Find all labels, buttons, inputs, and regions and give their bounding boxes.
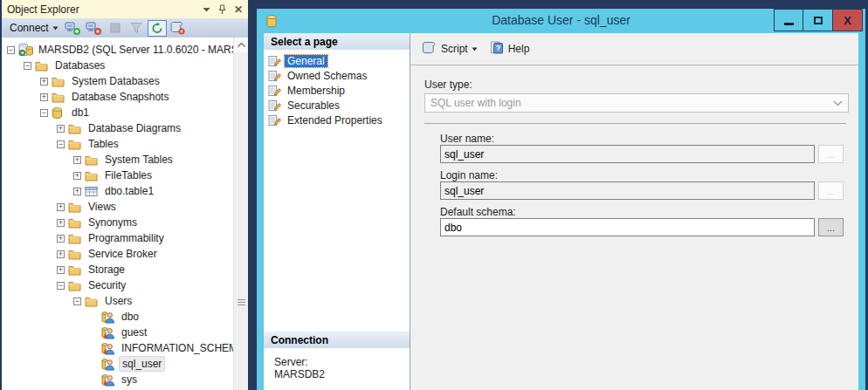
server-label: Server: xyxy=(274,356,410,368)
tree-item-label: dbo xyxy=(119,310,141,324)
tree-item[interactable]: sys xyxy=(2,372,233,387)
tree-item[interactable]: +Storage xyxy=(2,262,233,277)
collapse-icon[interactable]: − xyxy=(40,109,48,117)
expand-icon[interactable]: + xyxy=(57,235,65,243)
refresh-icon[interactable] xyxy=(148,20,167,37)
page-item-membership[interactable]: Membership xyxy=(264,83,410,98)
help-icon[interactable]: ? xyxy=(490,41,504,57)
filter-icon[interactable] xyxy=(127,20,146,37)
close-icon[interactable]: ✕ xyxy=(234,5,243,14)
server-value: MARSDB2 xyxy=(274,368,410,380)
user-name-input[interactable] xyxy=(440,145,815,163)
chevron-down-icon[interactable] xyxy=(472,47,478,51)
tree-item[interactable]: −Tables xyxy=(2,136,233,152)
tree-item[interactable]: guest xyxy=(2,325,233,340)
tree-item[interactable]: +System Tables xyxy=(2,152,233,168)
window-position-icon[interactable] xyxy=(203,7,210,12)
page-item-securables[interactable]: Securables xyxy=(264,98,410,113)
disconnect-server-icon[interactable] xyxy=(85,20,104,37)
script-error-icon[interactable] xyxy=(169,20,188,37)
default-schema-browse-button[interactable]: ... xyxy=(818,218,844,236)
collapse-icon[interactable]: − xyxy=(24,62,31,70)
expand-icon[interactable]: + xyxy=(40,93,48,101)
collapse-icon[interactable]: − xyxy=(73,298,81,305)
tree-item-label: Database Diagrams xyxy=(86,121,183,135)
tree-item-label: FileTables xyxy=(102,168,155,182)
expand-icon[interactable]: + xyxy=(73,156,81,164)
connect-server-icon[interactable] xyxy=(64,20,83,37)
user-type-select[interactable]: SQL user with login xyxy=(424,93,849,113)
tree-item[interactable]: −Users xyxy=(2,293,233,309)
tree-item[interactable]: INFORMATION_SCHEMA xyxy=(2,340,233,356)
tree-item[interactable]: +Database Snapshots xyxy=(2,89,233,105)
tree-item-label: Database Snapshots xyxy=(69,90,171,104)
page-item-extended-properties[interactable]: Extended Properties xyxy=(264,113,410,127)
page-icon xyxy=(268,55,281,67)
tree-item[interactable]: +System Databases xyxy=(2,73,233,89)
expand-icon[interactable]: + xyxy=(73,172,81,180)
expand-icon[interactable]: + xyxy=(57,250,65,258)
stop-icon[interactable] xyxy=(106,20,125,37)
help-button[interactable]: Help xyxy=(508,43,530,55)
tree-item[interactable]: +Programmability xyxy=(2,230,233,246)
expand-icon[interactable]: + xyxy=(40,78,48,86)
login-name-browse-button[interactable]: ... xyxy=(818,181,844,200)
tree-item[interactable]: +Service Broker xyxy=(2,246,233,262)
folder-icon xyxy=(68,202,83,213)
tree-item[interactable]: −Security xyxy=(2,277,233,293)
scrollbar-thumb-grip[interactable] xyxy=(238,299,245,307)
tree-item[interactable]: dbo xyxy=(2,309,233,325)
close-button[interactable]: X xyxy=(833,9,863,31)
connect-button[interactable]: Connect xyxy=(6,20,62,36)
expand-icon[interactable]: + xyxy=(73,188,81,195)
user-type-value: SQL user with login xyxy=(431,97,833,109)
dialog-titlebar[interactable]: Database User - sql_user X xyxy=(257,9,865,33)
default-schema-input[interactable] xyxy=(440,218,815,236)
user-name-browse-button[interactable]: ... xyxy=(818,145,844,163)
expand-icon[interactable]: + xyxy=(57,203,65,211)
tree-item[interactable]: +FileTables xyxy=(2,168,233,183)
tree-item-label: System Databases xyxy=(69,74,162,88)
expand-icon[interactable]: + xyxy=(57,219,65,227)
tree-item[interactable]: +Database Diagrams xyxy=(2,120,233,136)
tree-item[interactable]: sql_user xyxy=(2,356,233,372)
select-a-page-header: Select a page xyxy=(264,33,410,50)
scroll-up-icon[interactable] xyxy=(234,38,248,52)
tree-item[interactable]: +Views xyxy=(2,199,233,215)
expand-icon[interactable]: + xyxy=(57,125,65,133)
collapse-icon[interactable]: − xyxy=(57,140,65,148)
page-icon xyxy=(268,114,281,127)
folder-icon xyxy=(52,92,66,103)
login-name-input[interactable] xyxy=(440,181,815,200)
collapse-icon[interactable]: − xyxy=(57,282,65,290)
tree-item[interactable]: +dbo.table1 xyxy=(2,183,233,199)
pin-icon[interactable] xyxy=(218,4,226,15)
tree-item-label: dbo.table1 xyxy=(102,184,156,198)
database-user-dialog: Database User - sql_user X Select a page… xyxy=(257,9,865,390)
page-item-owned-schemas[interactable]: Owned Schemas xyxy=(264,68,410,83)
folder-icon xyxy=(68,123,83,134)
tree-item-label: sql_user xyxy=(119,356,165,372)
tree-item[interactable]: −MARSDB2 (SQL Server 11.0.6020 - MARSD xyxy=(2,42,233,58)
script-icon[interactable] xyxy=(421,41,437,57)
script-button[interactable]: Script xyxy=(441,43,468,55)
folder-icon xyxy=(68,139,83,150)
maximize-button[interactable] xyxy=(803,9,833,31)
expand-icon[interactable]: + xyxy=(57,266,65,274)
tree-item-label: sys xyxy=(119,373,140,387)
tree-item-label: Users xyxy=(102,294,134,308)
minimize-button[interactable] xyxy=(774,9,803,31)
page-icon xyxy=(268,85,281,97)
folder-icon xyxy=(68,280,83,291)
page-item-label: Owned Schemas xyxy=(285,70,369,82)
general-page-panel: Script ? Help User type: SQL user with l… xyxy=(410,33,858,390)
tree-scrollbar[interactable] xyxy=(233,38,248,390)
tree-item[interactable]: −Databases xyxy=(2,58,233,73)
tree-item[interactable]: −db1 xyxy=(2,105,233,120)
table-icon xyxy=(85,186,100,197)
folder-icon xyxy=(85,170,100,181)
object-explorer-toolbar: Connect xyxy=(2,18,248,38)
page-item-general[interactable]: General xyxy=(264,53,410,68)
collapse-icon[interactable]: − xyxy=(7,46,15,54)
tree-item[interactable]: +Synonyms xyxy=(2,215,233,230)
